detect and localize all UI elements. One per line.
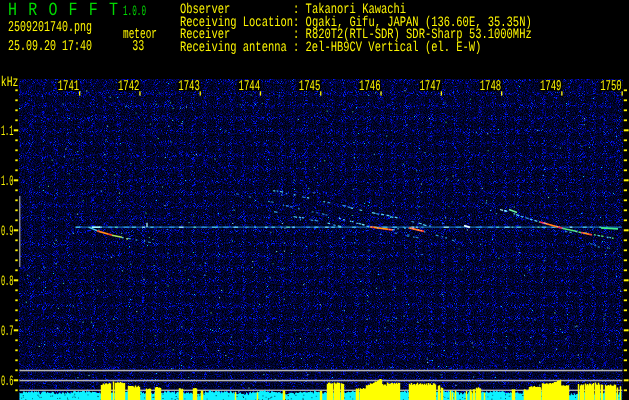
svg-text:0.6: 0.6 bbox=[1, 374, 14, 390]
svg-text:0.9: 0.9 bbox=[1, 224, 14, 240]
svg-text:1.0.0: 1.0.0 bbox=[123, 4, 146, 20]
svg-text:1745: 1745 bbox=[299, 79, 321, 95]
svg-text:2509201740.png: 2509201740.png bbox=[8, 19, 92, 36]
svg-text:1742: 1742 bbox=[118, 79, 140, 95]
svg-text:1743: 1743 bbox=[178, 79, 200, 95]
svg-text:1747: 1747 bbox=[419, 79, 441, 95]
svg-text:1748: 1748 bbox=[480, 79, 502, 95]
svg-text:1746: 1746 bbox=[359, 79, 381, 95]
svg-text:T: T bbox=[109, 0, 118, 21]
svg-text:33: 33 bbox=[132, 38, 144, 55]
svg-text:0.8: 0.8 bbox=[1, 274, 14, 290]
svg-text:0.7: 0.7 bbox=[1, 324, 14, 340]
svg-text:1741: 1741 bbox=[58, 79, 80, 95]
svg-text:Receiving antenna : 2el-HB9CV: Receiving antenna : 2el-HB9CV Vertical (… bbox=[180, 40, 481, 56]
svg-text:25.09.20 17:40: 25.09.20 17:40 bbox=[8, 38, 92, 55]
svg-text:1749: 1749 bbox=[540, 79, 562, 95]
svg-text:1.1: 1.1 bbox=[1, 124, 14, 140]
svg-text:1744: 1744 bbox=[239, 79, 261, 95]
svg-text:1750: 1750 bbox=[600, 79, 622, 95]
svg-text:1.0: 1.0 bbox=[1, 174, 14, 190]
svg-text:kHz: kHz bbox=[1, 76, 19, 92]
